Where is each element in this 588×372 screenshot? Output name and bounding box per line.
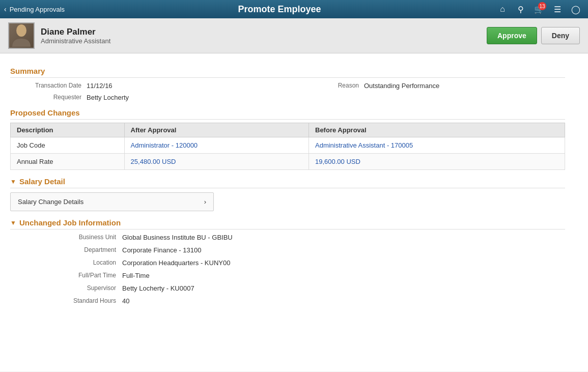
job-info-grid: Business UnitGlobal Business Institute B… [41, 234, 565, 305]
cell-after: 25,480.00 USD [124, 154, 309, 170]
job-field-label: Supervisor [41, 284, 122, 292]
salary-detail-label: Salary Detail [19, 177, 65, 186]
action-buttons: Approve Deny [487, 27, 580, 44]
job-field-label: Full/Part Time [41, 272, 122, 279]
cell-before: 19,600.00 USD [309, 154, 565, 170]
cart-badge: 13 [538, 2, 546, 10]
svg-point-0 [16, 24, 26, 37]
job-field-value: Corporation Headquarters - KUNY00 [122, 259, 565, 267]
job-collapse-icon: ▼ [10, 219, 16, 226]
job-field-label: Standard Hours [41, 297, 122, 305]
scroll-area[interactable]: Summary Transaction Date 11/12/16 Reason… [0, 53, 588, 371]
transaction-date-label: Transaction Date [10, 82, 87, 90]
employee-job-title: Administrative Assistant [41, 37, 110, 45]
cell-description: Annual Rate [11, 154, 125, 170]
table-row: Annual Rate 25,480.00 USD 19,600.00 USD [11, 154, 565, 170]
summary-grid: Transaction Date 11/12/16 Reason Outstan… [10, 82, 565, 101]
col-before: Before Approval [309, 123, 565, 137]
employee-bar: Diane Palmer Administrative Assistant Ap… [0, 18, 588, 53]
page-title: Promote Employee [65, 4, 494, 15]
main-content: Summary Transaction Date 11/12/16 Reason… [0, 53, 575, 321]
search-icon[interactable]: ⚲ [513, 1, 529, 17]
approve-button[interactable]: Approve [487, 27, 537, 44]
reason-label: Reason [288, 82, 364, 90]
cell-before: Administrative Assistant - 170005 [309, 137, 565, 154]
requester-value: Betty Locherty [87, 94, 288, 101]
chevron-right-icon: › [204, 198, 206, 206]
salary-detail-section[interactable]: ▼ Salary Detail [10, 177, 565, 188]
col-description: Description [11, 123, 125, 137]
avatar-image [9, 22, 34, 49]
job-field-value: Corporate Finance - 13100 [122, 246, 565, 254]
job-field-label: Location [41, 259, 122, 267]
deny-button[interactable]: Deny [541, 27, 580, 44]
job-field-value: 40 [122, 297, 565, 305]
job-field-value: Global Business Institute BU - GBIBU [122, 234, 565, 241]
salary-change-details-box[interactable]: Salary Change Details › [10, 192, 214, 211]
header-icons: ⌂ ⚲ 🛒 13 ☰ ◯ [494, 1, 584, 17]
home-icon[interactable]: ⌂ [494, 1, 511, 17]
cell-description: Job Code [11, 137, 125, 154]
header: ‹ Pending Approvals Promote Employee ⌂ ⚲… [0, 0, 588, 18]
employee-info: Diane Palmer Administrative Assistant [8, 22, 110, 49]
salary-change-label: Salary Change Details [18, 198, 83, 206]
job-field-value: Full-Time [122, 272, 565, 279]
menu-icon[interactable]: ☰ [549, 1, 566, 17]
unchanged-job-section[interactable]: ▼ Unchanged Job Information [10, 218, 565, 230]
proposed-changes-header: Proposed Changes [10, 108, 565, 120]
job-field-label: Department [41, 246, 122, 254]
unchanged-job-label: Unchanged Job Information [19, 218, 121, 227]
user-icon[interactable]: ◯ [568, 1, 584, 17]
back-nav[interactable]: ‹ Pending Approvals [4, 5, 65, 13]
col-after: After Approval [124, 123, 309, 137]
back-arrow-icon: ‹ [4, 5, 7, 13]
job-field-label: Business Unit [41, 234, 122, 241]
cart-icon[interactable]: 🛒 13 [531, 1, 547, 17]
requester-label: Requester [10, 94, 87, 101]
reason-value: Outstanding Performance [364, 82, 565, 90]
summary-section-header: Summary [10, 67, 565, 78]
proposed-changes-table: Description After Approval Before Approv… [10, 123, 565, 170]
table-row: Job Code Administrator - 120000 Administ… [11, 137, 565, 154]
cell-after: Administrator - 120000 [124, 137, 309, 154]
salary-collapse-icon: ▼ [10, 178, 16, 185]
transaction-date-value: 11/12/16 [87, 82, 288, 90]
employee-name: Diane Palmer [41, 27, 110, 37]
back-label: Pending Approvals [10, 6, 65, 13]
avatar [8, 22, 35, 49]
job-field-value: Betty Locherty - KU0007 [122, 284, 565, 292]
